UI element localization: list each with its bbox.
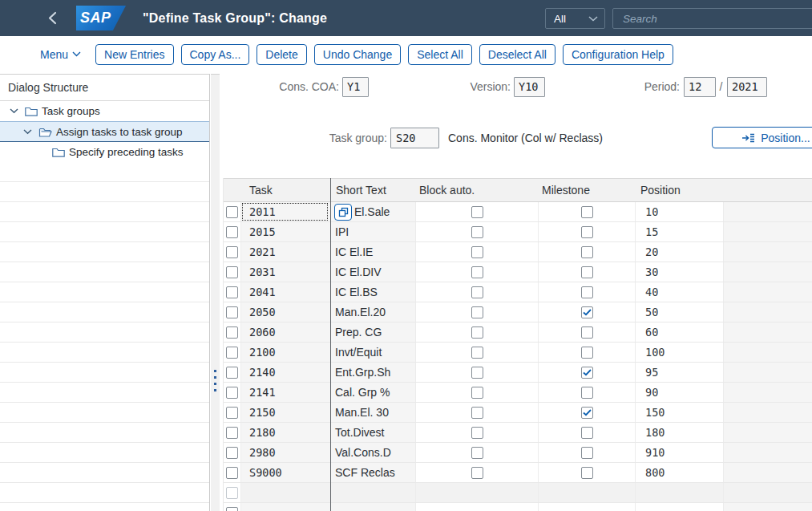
row-select-checkbox[interactable]	[226, 206, 238, 218]
menu-button[interactable]: Menu	[40, 48, 81, 61]
column-header-milestone[interactable]: Milestone	[538, 179, 635, 201]
task-cell[interactable]: 2041	[240, 282, 330, 302]
task-cell[interactable]: 2100	[240, 343, 330, 362]
milestone-checkbox[interactable]	[581, 286, 593, 298]
deselect-all-button[interactable]: Deselect All	[479, 44, 555, 65]
block-auto-checkbox[interactable]	[471, 226, 483, 238]
new-entries-button[interactable]: New Entries	[95, 44, 173, 65]
position-cell[interactable]: 15	[635, 222, 723, 241]
block-auto-checkbox[interactable]	[471, 326, 483, 339]
row-select-checkbox[interactable]	[226, 306, 238, 318]
column-header-task[interactable]: Task	[240, 179, 330, 201]
position-cell[interactable]: 20	[635, 242, 723, 262]
row-select-checkbox[interactable]	[226, 266, 238, 278]
row-select-checkbox[interactable]	[226, 226, 238, 238]
task-cell[interactable]	[240, 503, 330, 511]
column-header-block-auto[interactable]: Block auto.	[415, 179, 538, 201]
position-cell[interactable]: 910	[635, 443, 723, 462]
task-cell[interactable]: S9000	[240, 463, 330, 482]
position-cell[interactable]: 40	[635, 282, 723, 302]
block-auto-checkbox[interactable]	[471, 427, 483, 439]
row-select-checkbox[interactable]	[226, 246, 238, 258]
undo-change-button[interactable]: Undo Change	[314, 44, 401, 65]
block-auto-checkbox[interactable]	[471, 246, 483, 258]
block-auto-checkbox[interactable]	[471, 266, 483, 278]
column-header-short-text[interactable]: Short Text	[330, 179, 415, 201]
block-auto-checkbox[interactable]	[471, 407, 483, 419]
delete-button[interactable]: Delete	[257, 44, 306, 65]
milestone-checkbox[interactable]	[581, 467, 593, 479]
select-all-button[interactable]: Select All	[408, 44, 472, 65]
row-select-checkbox[interactable]	[226, 467, 238, 479]
milestone-checkbox[interactable]	[581, 447, 593, 459]
milestone-checkbox[interactable]	[581, 407, 593, 419]
task-cell[interactable]: 2011	[240, 202, 330, 221]
milestone-checkbox[interactable]	[581, 306, 593, 318]
back-icon[interactable]	[46, 11, 59, 25]
position-cell[interactable]	[635, 483, 723, 502]
milestone-checkbox[interactable]	[581, 206, 593, 218]
column-header-position[interactable]: Position	[635, 179, 723, 201]
position-cell[interactable]: 95	[635, 363, 723, 382]
task-group-field[interactable]: S20	[390, 128, 439, 148]
row-select-checkbox[interactable]	[226, 447, 238, 459]
configuration-help-button[interactable]: Configuration Help	[563, 44, 673, 65]
position-cell[interactable]: 10	[635, 202, 723, 221]
row-select-checkbox[interactable]	[226, 427, 238, 439]
task-cell[interactable]	[240, 483, 330, 502]
version-field[interactable]: Y10	[514, 77, 545, 97]
position-cell[interactable]: 30	[635, 262, 723, 282]
task-cell[interactable]: 2060	[240, 322, 330, 342]
task-cell[interactable]: 2150	[240, 403, 330, 422]
task-cell[interactable]: 2031	[240, 262, 330, 282]
milestone-checkbox[interactable]	[581, 347, 593, 359]
copy-as-button[interactable]: Copy As...	[181, 44, 250, 65]
position-cell[interactable]: 50	[635, 302, 723, 322]
block-auto-checkbox[interactable]	[471, 367, 483, 379]
block-auto-checkbox[interactable]	[471, 206, 483, 218]
task-cell[interactable]: 2015	[240, 222, 330, 241]
row-select-checkbox[interactable]	[226, 387, 238, 399]
milestone-checkbox[interactable]	[581, 226, 593, 238]
milestone-checkbox[interactable]	[581, 387, 593, 399]
block-auto-checkbox[interactable]	[471, 306, 483, 318]
position-cell[interactable]: 60	[635, 322, 723, 342]
row-select-checkbox[interactable]	[226, 286, 238, 298]
row-select-checkbox[interactable]	[226, 507, 238, 511]
task-cell[interactable]: 2980	[240, 443, 330, 462]
milestone-checkbox[interactable]	[581, 266, 593, 278]
position-cell[interactable]: 180	[635, 423, 723, 442]
search-input[interactable]	[612, 8, 812, 29]
tree-item-specify-preceding-tasks[interactable]: Specify preceding tasks	[0, 142, 209, 162]
task-cell[interactable]: 2140	[240, 363, 330, 382]
row-select-checkbox[interactable]	[226, 326, 238, 339]
position-cell[interactable]: 100	[635, 343, 723, 362]
position-cell[interactable]	[635, 503, 723, 511]
block-auto-checkbox[interactable]	[471, 467, 483, 479]
block-auto-checkbox[interactable]	[471, 286, 483, 298]
block-auto-checkbox[interactable]	[471, 387, 483, 399]
row-select-checkbox[interactable]	[226, 407, 238, 419]
milestone-checkbox[interactable]	[581, 246, 593, 258]
task-cell[interactable]: 2141	[240, 383, 330, 402]
position-button[interactable]: Position...	[712, 127, 812, 148]
period-month-field[interactable]: 12	[684, 77, 716, 97]
period-year-field[interactable]: 2021	[727, 77, 767, 97]
splitter-handle[interactable]	[211, 74, 220, 511]
milestone-checkbox[interactable]	[581, 326, 593, 339]
row-select-checkbox[interactable]	[226, 367, 238, 379]
position-cell[interactable]: 800	[635, 463, 723, 482]
milestone-checkbox[interactable]	[581, 367, 593, 379]
tree-item-task-groups[interactable]: Task groups	[0, 101, 209, 121]
block-auto-checkbox[interactable]	[471, 447, 483, 459]
position-cell[interactable]: 150	[635, 403, 723, 422]
task-cell[interactable]: 2021	[240, 242, 330, 262]
cons-coa-field[interactable]: Y1	[342, 77, 369, 97]
row-select-checkbox[interactable]	[226, 487, 238, 499]
position-cell[interactable]: 90	[635, 383, 723, 402]
detail-navigation-icon[interactable]	[334, 204, 352, 221]
milestone-checkbox[interactable]	[581, 427, 593, 439]
task-cell[interactable]: 2050	[240, 302, 330, 322]
search-scope-dropdown[interactable]: All	[545, 8, 605, 29]
block-auto-checkbox[interactable]	[471, 347, 483, 359]
